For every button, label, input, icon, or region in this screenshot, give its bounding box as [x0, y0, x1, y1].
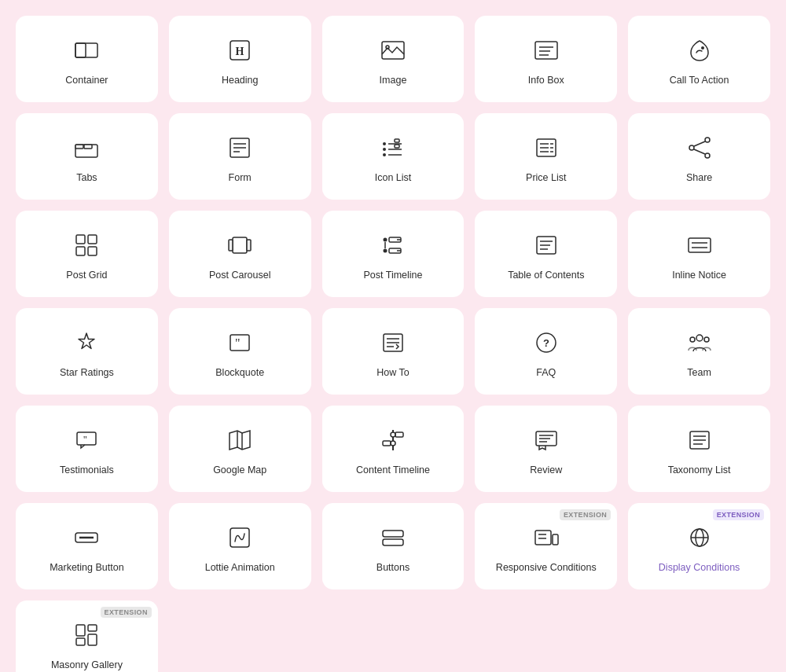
svg-point-20	[383, 148, 386, 151]
pricelist-icon	[531, 132, 562, 163]
svg-rect-92	[535, 531, 551, 545]
lottie-icon	[224, 522, 255, 553]
svg-rect-91	[383, 539, 403, 545]
svg-point-67	[696, 335, 703, 341]
card-inline-notice[interactable]: Inline Notice	[628, 211, 770, 297]
svg-rect-12	[75, 145, 83, 149]
tabs-icon	[71, 132, 102, 163]
call-to-action-label: Call To Action	[670, 74, 729, 86]
extension-badge-display: EXTENSION	[713, 509, 764, 520]
svg-rect-0	[75, 43, 97, 57]
form-label: Form	[229, 171, 252, 184]
buttons-icon	[377, 522, 409, 553]
card-taxonomy-list[interactable]: Taxonomy List	[628, 406, 770, 492]
svg-point-33	[705, 138, 710, 142]
card-responsive-conditions[interactable]: EXTENSION Responsive Conditions	[475, 503, 617, 589]
buttons-label: Buttons	[376, 561, 410, 574]
image-label: Image	[380, 74, 407, 86]
star-ratings-label: Star Ratings	[60, 366, 114, 379]
postcarousel-icon	[224, 230, 255, 261]
faq-label: FAQ	[536, 366, 556, 379]
info-box-label: Info Box	[528, 74, 564, 86]
team-icon	[684, 327, 715, 358]
masonrygallery-icon	[71, 619, 102, 651]
svg-text:'': ''	[83, 433, 87, 445]
svg-rect-6	[535, 42, 557, 59]
svg-text:": "	[235, 336, 241, 350]
post-carousel-label: Post Carousel	[209, 269, 271, 281]
container-label: Container	[65, 74, 108, 86]
widget-grid: Container H Heading Image Info Box Call …	[16, 16, 770, 672]
card-post-timeline[interactable]: Post Timeline	[322, 211, 465, 297]
form-icon	[224, 132, 255, 163]
svg-point-75	[391, 432, 395, 437]
responsive-conditions-label: Responsive Conditions	[496, 561, 597, 574]
card-google-map[interactable]: Google Map	[169, 406, 311, 492]
card-icon-list[interactable]: Icon List	[322, 113, 465, 200]
blockquote-label: Blockquote	[215, 366, 264, 379]
extension-badge-masonry: EXTENSION	[101, 607, 152, 618]
faq-icon: ?	[531, 327, 562, 358]
card-heading[interactable]: H Heading	[169, 16, 311, 102]
heading-label: Heading	[222, 74, 259, 86]
card-review[interactable]: Review	[475, 406, 617, 492]
svg-point-10	[701, 46, 704, 50]
container-icon	[71, 35, 102, 66]
heading-icon: H	[224, 35, 255, 66]
post-timeline-label: Post Timeline	[363, 269, 422, 281]
card-testimonials[interactable]: '' Testimonials	[16, 406, 158, 492]
display-conditions-label: Display Conditions	[659, 561, 740, 574]
inline-notice-label: Inline Notice	[672, 269, 726, 281]
image-icon	[377, 35, 409, 66]
lottie-animation-label: Lottie Animation	[205, 561, 275, 574]
card-marketing-button[interactable]: Marketing Button	[16, 503, 158, 589]
card-blockquote[interactable]: " Blockquote	[169, 308, 311, 395]
google-map-label: Google Map	[213, 464, 266, 476]
card-call-to-action[interactable]: Call To Action	[628, 16, 770, 102]
card-star-ratings[interactable]: Star Ratings	[16, 308, 158, 395]
card-display-conditions[interactable]: EXTENSION Display Conditions	[628, 503, 770, 589]
review-label: Review	[530, 464, 562, 476]
card-info-box[interactable]: Info Box	[475, 16, 617, 102]
svg-rect-25	[395, 145, 399, 148]
card-lottie-animation[interactable]: Lottie Animation	[169, 503, 311, 589]
card-faq[interactable]: ? FAQ	[475, 308, 617, 395]
svg-line-37	[694, 149, 705, 154]
svg-rect-43	[229, 240, 233, 251]
displayconditions-icon	[684, 522, 715, 553]
card-image[interactable]: Image	[322, 16, 465, 102]
card-how-to[interactable]: How To	[322, 308, 465, 395]
card-content-timeline[interactable]: Content Timeline	[322, 406, 465, 492]
content-timeline-label: Content Timeline	[356, 464, 430, 476]
card-form[interactable]: Form	[169, 113, 311, 200]
blockquote-icon: "	[224, 327, 255, 358]
svg-rect-40	[76, 247, 85, 255]
svg-point-35	[705, 153, 710, 158]
svg-rect-1	[75, 43, 86, 57]
svg-point-48	[383, 248, 387, 252]
card-post-grid[interactable]: Post Grid	[16, 211, 158, 297]
posttimeline-icon	[377, 230, 409, 261]
svg-line-36	[694, 141, 705, 146]
svg-rect-99	[76, 625, 85, 636]
card-price-list[interactable]: Price List	[475, 113, 617, 200]
svg-text:H: H	[236, 46, 244, 57]
card-share[interactable]: Share	[628, 113, 770, 200]
googlemap-icon	[224, 424, 255, 456]
how-to-label: How To	[376, 366, 409, 379]
card-buttons[interactable]: Buttons	[322, 503, 465, 589]
card-masonry-gallery[interactable]: EXTENSION Masonry Gallery	[16, 600, 158, 672]
svg-rect-13	[84, 145, 92, 149]
card-post-carousel[interactable]: Post Carousel	[169, 211, 311, 297]
card-table-of-contents[interactable]: Table of Contents	[475, 211, 617, 297]
card-team[interactable]: Team	[628, 308, 770, 395]
post-grid-label: Post Grid	[66, 269, 107, 281]
toc-icon	[531, 230, 562, 261]
card-tabs[interactable]: Tabs	[16, 113, 158, 200]
svg-rect-93	[553, 534, 558, 545]
svg-rect-56	[689, 238, 711, 252]
card-container[interactable]: Container	[16, 16, 158, 102]
postgrid-icon	[71, 230, 102, 261]
table-of-contents-label: Table of Contents	[508, 269, 584, 281]
infobox-icon	[531, 35, 562, 66]
